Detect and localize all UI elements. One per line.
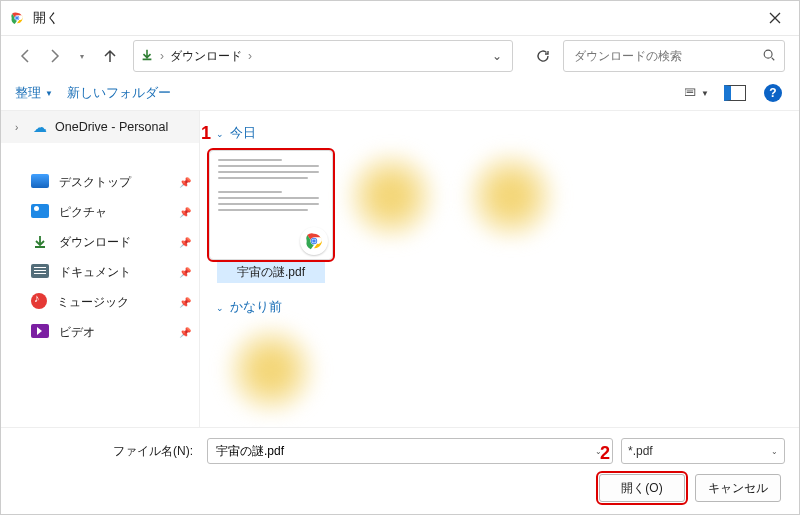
cancel-button-label: キャンセル bbox=[708, 480, 768, 497]
window-title: 開く bbox=[33, 9, 59, 27]
pin-icon: 📌 bbox=[179, 207, 191, 218]
group-label: 今日 bbox=[230, 125, 256, 142]
search-box[interactable] bbox=[563, 40, 785, 72]
file-tile-blurred[interactable] bbox=[456, 150, 566, 283]
sidebar-item-label: ダウンロード bbox=[59, 234, 131, 251]
organize-label: 整理 bbox=[15, 85, 41, 102]
blurred-thumbnail bbox=[458, 150, 564, 242]
downloads-icon bbox=[31, 235, 49, 249]
desktop-icon bbox=[31, 174, 49, 191]
pin-icon: 📌 bbox=[179, 237, 191, 248]
open-button-label: 開く(O) bbox=[621, 480, 662, 497]
navigation-pane[interactable]: › ☁ OneDrive - Personal デスクトップ📌ピクチャ📌ダウンロ… bbox=[1, 111, 200, 427]
breadcrumb-downloads[interactable]: ダウンロード bbox=[170, 48, 242, 65]
command-bar: 整理 ▼ 新しいフォルダー ▼ ? bbox=[1, 76, 799, 111]
docs-icon bbox=[31, 264, 49, 281]
blurred-thumbnail bbox=[338, 150, 444, 242]
chevron-right-icon: › bbox=[160, 49, 164, 63]
pin-icon: 📌 bbox=[179, 267, 191, 278]
file-tile-row: 宇宙の謎.pdf bbox=[216, 150, 783, 283]
pdf-thumbnail bbox=[209, 150, 333, 260]
sidebar-item-label: ドキュメント bbox=[59, 264, 131, 281]
onedrive-icon: ☁ bbox=[33, 119, 47, 135]
titlebar: 開く bbox=[1, 1, 799, 36]
quick-access-list: デスクトップ📌ピクチャ📌ダウンロード📌ドキュメント📌ミュージック📌ビデオ📌 bbox=[1, 161, 199, 347]
chrome-overlay-icon bbox=[300, 227, 328, 255]
file-tile-blurred[interactable] bbox=[336, 150, 446, 283]
help-icon: ? bbox=[764, 84, 782, 102]
address-bar[interactable]: › ダウンロード › ⌄ bbox=[133, 40, 513, 72]
pictures-icon bbox=[31, 204, 49, 221]
chevron-down-icon: ⌄ bbox=[216, 303, 224, 313]
group-label: かなり前 bbox=[230, 299, 282, 316]
pin-icon: 📌 bbox=[179, 297, 191, 308]
up-button[interactable] bbox=[99, 45, 121, 67]
chevron-right-icon: › bbox=[15, 122, 25, 133]
dropdown-icon: ▼ bbox=[45, 89, 53, 98]
sidebar-item-label: OneDrive - Personal bbox=[55, 120, 168, 134]
sidebar-item-label: デスクトップ bbox=[59, 174, 131, 191]
new-folder-button[interactable]: 新しいフォルダー bbox=[67, 85, 171, 102]
sidebar-item-downloads[interactable]: ダウンロード📌 bbox=[1, 227, 199, 257]
open-button[interactable]: 開く(O) bbox=[599, 474, 685, 502]
filename-row: ファイル名(N): ⌄ *.pdf ⌄ bbox=[15, 438, 785, 464]
refresh-button[interactable] bbox=[529, 42, 557, 70]
sidebar-item-label: ビデオ bbox=[59, 324, 95, 341]
annotation-2: 2 bbox=[600, 443, 610, 464]
chevron-down-icon: ⌄ bbox=[216, 129, 224, 139]
files-pane[interactable]: ⌄ 今日 宇宙の謎.pdf bbox=[200, 111, 799, 427]
file-tile-blurred[interactable] bbox=[216, 324, 326, 416]
dialog-body: › ☁ OneDrive - Personal デスクトップ📌ピクチャ📌ダウンロ… bbox=[1, 111, 799, 427]
group-header-long-ago[interactable]: ⌄ かなり前 bbox=[216, 299, 783, 316]
filename-combobox[interactable]: ⌄ bbox=[207, 438, 613, 464]
sidebar-item-desktop[interactable]: デスクトップ📌 bbox=[1, 167, 199, 197]
filename-label: ファイル名(N): bbox=[15, 443, 199, 460]
help-button[interactable]: ? bbox=[761, 81, 785, 105]
svg-point-11 bbox=[312, 239, 316, 243]
dialog-footer: ファイル名(N): ⌄ *.pdf ⌄ 開く(O) キャンセル bbox=[1, 427, 799, 514]
search-icon bbox=[762, 48, 776, 65]
open-file-dialog: 開く ▾ › ダウンロード › ⌄ bbox=[0, 0, 800, 515]
music-icon bbox=[31, 293, 47, 312]
recent-dropdown-icon[interactable]: ▾ bbox=[71, 45, 93, 67]
back-button[interactable] bbox=[15, 45, 37, 67]
file-type-filter[interactable]: *.pdf ⌄ bbox=[621, 438, 785, 464]
sidebar-item-label: ピクチャ bbox=[59, 204, 107, 221]
svg-point-3 bbox=[16, 17, 19, 20]
sidebar-item-label: ミュージック bbox=[57, 294, 129, 311]
sidebar-item-music[interactable]: ミュージック📌 bbox=[1, 287, 199, 317]
chevron-right-icon: › bbox=[248, 49, 252, 63]
svg-point-4 bbox=[764, 50, 772, 58]
svg-rect-6 bbox=[687, 91, 694, 92]
sidebar-item-onedrive[interactable]: › ☁ OneDrive - Personal bbox=[1, 111, 199, 143]
dropdown-icon: ⌄ bbox=[771, 447, 778, 456]
sidebar-item-pictures[interactable]: ピクチャ📌 bbox=[1, 197, 199, 227]
annotation-1: 1 bbox=[201, 123, 211, 144]
close-button[interactable] bbox=[759, 4, 791, 32]
nav-bar: ▾ › ダウンロード › ⌄ bbox=[1, 36, 799, 76]
file-name-label: 宇宙の謎.pdf bbox=[217, 262, 325, 283]
pin-icon: 📌 bbox=[179, 327, 191, 338]
file-tile-selected-pdf[interactable]: 宇宙の謎.pdf bbox=[216, 150, 326, 283]
sidebar-item-docs[interactable]: ドキュメント📌 bbox=[1, 257, 199, 287]
video-icon bbox=[31, 324, 49, 341]
new-folder-label: 新しいフォルダー bbox=[67, 85, 171, 102]
sidebar-item-video[interactable]: ビデオ📌 bbox=[1, 317, 199, 347]
dropdown-icon: ▼ bbox=[701, 89, 709, 98]
group-header-today[interactable]: ⌄ 今日 bbox=[216, 125, 783, 142]
organize-menu[interactable]: 整理 ▼ bbox=[15, 85, 53, 102]
chrome-icon bbox=[9, 10, 25, 26]
file-type-value: *.pdf bbox=[628, 444, 653, 458]
svg-rect-7 bbox=[687, 92, 694, 93]
pin-icon: 📌 bbox=[179, 177, 191, 188]
filename-input[interactable] bbox=[214, 443, 591, 459]
search-input[interactable] bbox=[572, 48, 762, 64]
view-options-button[interactable]: ▼ bbox=[685, 81, 709, 105]
preview-pane-button[interactable] bbox=[723, 81, 747, 105]
downloads-location-icon bbox=[140, 48, 154, 65]
cancel-button[interactable]: キャンセル bbox=[695, 474, 781, 502]
forward-button[interactable] bbox=[43, 45, 65, 67]
address-dropdown-icon[interactable]: ⌄ bbox=[258, 49, 506, 63]
button-row: 開く(O) キャンセル bbox=[15, 474, 785, 502]
blurred-thumbnail bbox=[218, 324, 324, 416]
